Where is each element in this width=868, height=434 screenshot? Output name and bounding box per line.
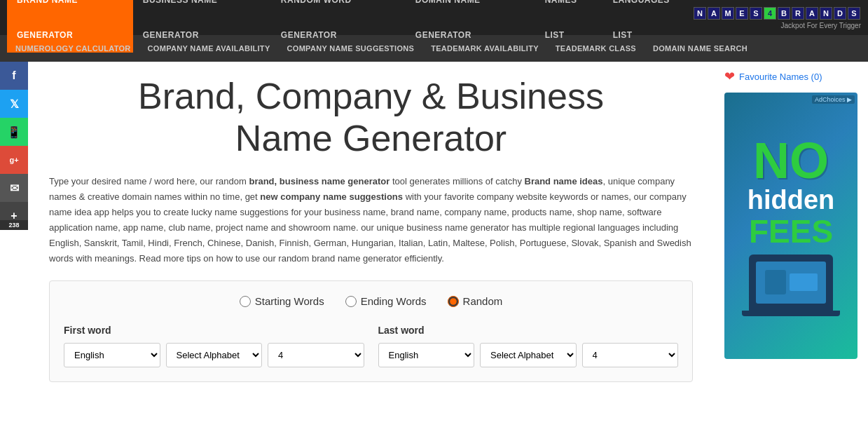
last-word-language-select[interactable]: English Sanskrit Tamil Hindi French: [378, 343, 475, 367]
last-word-section: Last word English Sanskrit Tamil Hindi F…: [378, 325, 679, 367]
random-label: Random: [463, 295, 503, 307]
favourite-names-label: Favourite Names (0): [739, 72, 822, 82]
word-sections: First word English Sanskrit Tamil Hindi …: [64, 325, 678, 367]
first-word-language-select[interactable]: English Sanskrit Tamil Hindi French: [64, 343, 160, 367]
facebook-share-button[interactable]: f: [0, 62, 28, 90]
ending-words-option[interactable]: Ending Words: [345, 295, 427, 307]
logo-n2: N: [820, 7, 832, 20]
starting-words-radio[interactable]: [240, 296, 251, 307]
google-share-button[interactable]: g+: [0, 146, 28, 174]
last-word-controls: English Sanskrit Tamil Hindi French Sele…: [378, 343, 679, 367]
share-count: 238: [0, 220, 28, 230]
top-navigation: BRAND NAME GENERATOR BUSINESS NAME GENER…: [0, 0, 868, 35]
logo-n: N: [694, 7, 706, 20]
ad-choices-label: AdChoices ▶: [812, 95, 855, 104]
email-share-button[interactable]: ✉: [0, 174, 28, 202]
ad-no-text: NO: [753, 135, 829, 186]
first-word-title: First word: [64, 325, 364, 336]
logo-r: R: [792, 7, 804, 20]
ad-laptop-graphic: [749, 255, 833, 311]
ad-fees-text: FEES: [749, 215, 833, 247]
last-word-title: Last word: [378, 325, 679, 336]
logo-box: N A M E S 4 B R A N D S: [693, 6, 861, 20]
more-share-button[interactable]: + 238: [0, 202, 28, 230]
ad-laptop-screen: [756, 262, 826, 304]
second-navigation: NUMEROLOGY CALCULATOR COMPANY NAME AVAIL…: [0, 35, 868, 62]
ending-words-radio[interactable]: [345, 296, 357, 307]
last-word-length-select[interactable]: 123456: [582, 343, 679, 367]
last-word-alphabet-select[interactable]: Select Alphabet ABCDE: [480, 343, 577, 367]
first-word-controls: English Sanskrit Tamil Hindi French Sele…: [64, 343, 364, 367]
logo-tagline: Jackpot For Every Trigger: [781, 22, 861, 29]
logo-area: N A M E S 4 B R A N D S Jackpot For Ever…: [693, 6, 861, 29]
logo-b: B: [778, 7, 790, 20]
page-title: Brand, Company & BusinessName Generator: [49, 76, 693, 160]
logo-e: E: [736, 7, 748, 20]
whatsapp-share-button[interactable]: 📱: [0, 118, 28, 146]
random-option[interactable]: Random: [448, 295, 503, 307]
nav-trademark-availability[interactable]: TEADEMARK AVAILABILITY: [422, 35, 547, 62]
nav-trademark-class[interactable]: TEADEMARK CLASS: [547, 35, 645, 62]
random-radio[interactable]: [448, 296, 459, 307]
advertisement-box: AdChoices ▶ NO hidden FEES: [724, 93, 857, 359]
favourite-names-link[interactable]: ❤ Favourite Names (0): [724, 69, 857, 84]
first-word-length-select[interactable]: 123456: [268, 343, 364, 367]
page-wrapper: f 𝕏 📱 g+ ✉ + 238 Brand, Company & Busine…: [0, 62, 868, 434]
ad-laptop-base: [742, 311, 840, 316]
logo-d: D: [834, 7, 846, 20]
generator-box: Starting Words Ending Words Random First…: [49, 280, 693, 382]
first-word-section: First word English Sanskrit Tamil Hindi …: [64, 325, 364, 367]
ending-words-label: Ending Words: [361, 295, 427, 307]
logo-m: M: [722, 7, 734, 20]
logo-a2: A: [806, 7, 818, 20]
twitter-share-button[interactable]: 𝕏: [0, 90, 28, 118]
logo-s2: S: [848, 7, 860, 20]
logo-s: S: [750, 7, 762, 20]
description-text: Type your desired name / word here, our …: [49, 174, 693, 267]
social-sidebar: f 𝕏 📱 g+ ✉ + 238: [0, 62, 28, 434]
heart-icon: ❤: [724, 69, 735, 84]
nav-company-suggestions[interactable]: COMPANY NAME SUGGESTIONS: [279, 35, 423, 62]
main-content: Brand, Company & BusinessName Generator …: [28, 62, 714, 434]
logo-4: 4: [764, 7, 776, 20]
word-type-radio-group: Starting Words Ending Words Random: [64, 295, 678, 307]
nav-numerology[interactable]: NUMEROLOGY CALCULATOR: [7, 35, 139, 62]
starting-words-label: Starting Words: [255, 295, 324, 307]
first-word-alphabet-select[interactable]: Select Alphabet ABCDE: [166, 343, 263, 367]
starting-words-option[interactable]: Starting Words: [240, 295, 324, 307]
logo-a: A: [708, 7, 720, 20]
ad-hidden-text: hidden: [748, 186, 835, 215]
nav-company-availability[interactable]: COMPANY NAME AVAILABILITY: [139, 35, 279, 62]
nav-domain-search[interactable]: DOMAIN NAME SEARCH: [645, 35, 756, 62]
right-sidebar: ❤ Favourite Names (0) AdChoices ▶ NO hid…: [714, 62, 868, 434]
